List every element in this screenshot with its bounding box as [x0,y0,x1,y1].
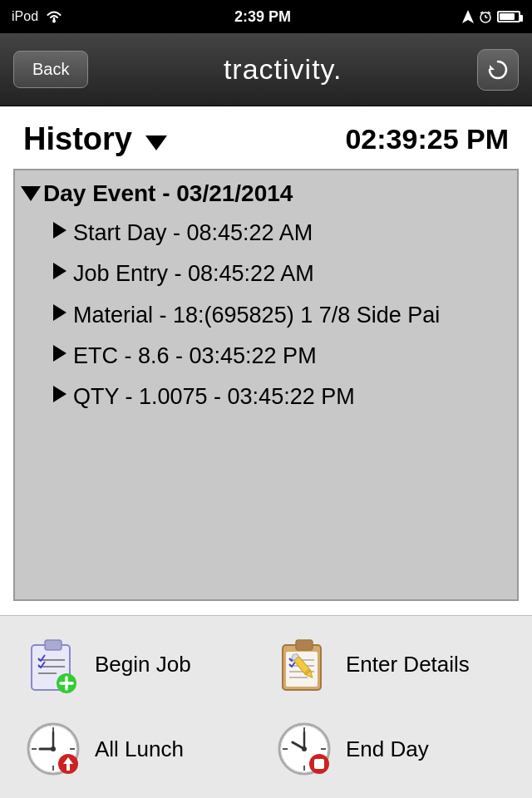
history-label: History [23,121,132,157]
svg-marker-7 [490,65,495,70]
end-day-icon [274,719,334,779]
location-icon [462,10,474,23]
device-label: iPod [12,9,38,24]
tree-child-label: Material - 18:(695825) 1 7/8 Side Pai [73,301,440,330]
tree-child-arrow [53,386,66,402]
tree-child-item[interactable]: QTY - 1.0075 - 03:45:22 PM [53,382,509,411]
svg-point-0 [52,20,56,23]
status-time: 2:39 PM [234,8,291,26]
tree-child-arrow [53,222,66,239]
begin-job-icon [23,635,83,695]
begin-job-label: Begin Job [95,652,191,677]
begin-job-button[interactable]: Begin Job [17,624,264,706]
tree-child-arrow [53,304,66,321]
all-lunch-label: All Lunch [95,736,184,762]
tree-child-label: QTY - 1.0075 - 03:45:22 PM [73,382,355,411]
status-right [462,10,520,23]
tree-root[interactable]: Day Event - 03/21/2014 [23,179,509,209]
tree-child-arrow [53,263,66,279]
status-bar: iPod 2:39 PM [0,0,532,33]
header-row: History 02:39:25 PM [0,106,532,169]
svg-rect-17 [296,640,313,650]
svg-point-46 [302,746,307,751]
refresh-button[interactable] [477,49,519,91]
svg-rect-9 [45,640,62,650]
svg-marker-1 [462,10,474,23]
back-button[interactable]: Back [13,51,88,88]
bottom-toolbar: Begin Job Enter Detai [0,615,532,798]
tree-child-item[interactable]: Material - 18:(695825) 1 7/8 Side Pai [53,301,509,330]
tree-root-label: Day Event - 03/21/2014 [43,179,293,209]
nav-bar: Back tractivity. [0,33,532,106]
wifi-icon [45,10,63,23]
tree-container: Day Event - 03/21/2014 Start Day - 08:45… [13,169,519,601]
tree-child-label: ETC - 8.6 - 03:45:22 PM [73,342,317,371]
app-title: tractivity. [224,53,342,86]
refresh-icon [486,58,510,81]
status-left: iPod [12,9,63,24]
chevron-down-icon [145,135,167,150]
all-lunch-button[interactable]: All Lunch [17,709,264,791]
enter-details-icon [274,635,334,695]
end-day-label: End Day [346,736,429,762]
all-lunch-icon [23,719,83,779]
tree-child-item[interactable]: Start Day - 08:45:22 AM [53,219,509,248]
enter-details-button[interactable]: Enter Details [268,624,515,706]
tree-child-arrow [53,345,66,362]
tree-child-label: Start Day - 08:45:22 AM [73,219,313,248]
alarm-icon [479,10,492,23]
tree-root-arrow [21,186,41,201]
end-day-button[interactable]: End Day [268,709,515,791]
current-time: 02:39:25 PM [345,123,509,155]
tree-child-item[interactable]: ETC - 8.6 - 03:45:22 PM [53,342,509,371]
enter-details-label: Enter Details [346,652,470,677]
tree-child-item[interactable]: Job Entry - 08:45:22 AM [53,259,509,288]
tree-children: Start Day - 08:45:22 AMJob Entry - 08:45… [23,219,509,411]
svg-point-35 [51,746,56,751]
battery-icon [497,11,520,22]
svg-rect-48 [314,759,324,769]
history-dropdown[interactable]: History [23,121,167,157]
tree-child-label: Job Entry - 08:45:22 AM [73,259,314,288]
